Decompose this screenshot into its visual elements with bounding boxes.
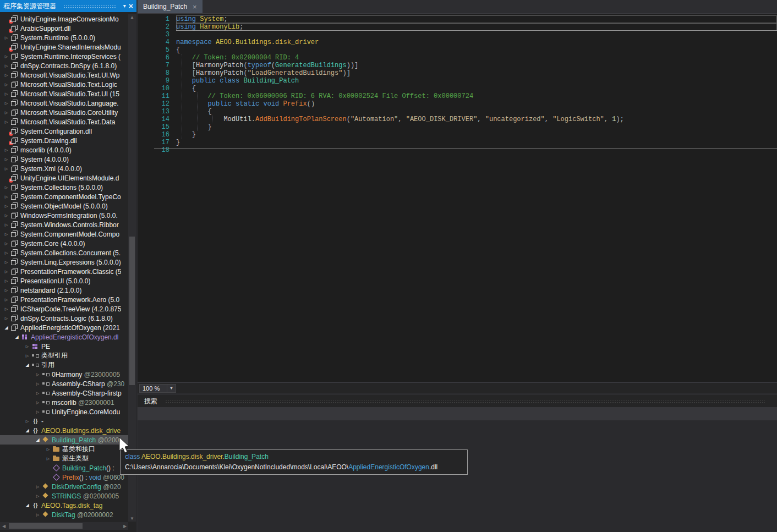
tree-item[interactable]: ×UnityEngine.UIElementsModule.d xyxy=(0,173,128,183)
tab-building-patch[interactable]: Building_Patch × xyxy=(138,0,203,13)
search-toolbar-row[interactable] xyxy=(138,407,777,420)
tree-item[interactable]: ▷派生类型 xyxy=(0,454,128,463)
tree-item[interactable]: ▷System.Linq.Expressions (5.0.0.0) xyxy=(0,257,128,267)
tree-item[interactable]: ▷Microsoft.VisualStudio.Text.Logic xyxy=(0,80,128,89)
tree-item[interactable]: ×System.Configuration.dll xyxy=(0,127,128,136)
expander-collapsed-icon[interactable]: ▷ xyxy=(2,83,10,87)
expander-collapsed-icon[interactable]: ▷ xyxy=(23,354,31,358)
expander-collapsed-icon[interactable]: ▷ xyxy=(2,213,10,218)
tree-item[interactable]: ◢引用 xyxy=(0,360,128,370)
expander-collapsed-icon[interactable]: ▷ xyxy=(2,111,10,115)
search-panel-header[interactable]: 搜索 xyxy=(138,395,777,407)
expander-expanded-icon[interactable]: ◢ xyxy=(23,363,31,368)
panel-menu-icon[interactable]: ▾ xyxy=(123,0,126,12)
tree-item[interactable]: Prefix() : void @0600 xyxy=(0,473,128,482)
tree-item[interactable]: ▷System.ObjectModel (5.0.0.0) xyxy=(0,201,128,211)
tree-item[interactable]: ▷UnityEngine.CoreModu xyxy=(0,407,128,416)
expander-collapsed-icon[interactable]: ▷ xyxy=(2,73,10,78)
tree-item[interactable]: ▷Microsoft.VisualStudio.Text.UI (15 xyxy=(0,89,128,98)
expander-collapsed-icon[interactable]: ▷ xyxy=(2,148,10,152)
expander-collapsed-icon[interactable]: ▷ xyxy=(2,270,10,274)
expander-collapsed-icon[interactable]: ▷ xyxy=(2,316,10,321)
tab-close-icon[interactable]: × xyxy=(193,3,197,11)
expander-collapsed-icon[interactable]: ▷ xyxy=(34,513,42,517)
scroll-up-icon[interactable]: ▲ xyxy=(128,15,136,20)
tree-item[interactable]: Building_Patch() : xyxy=(0,463,128,473)
tree-item[interactable]: ▷{}- xyxy=(0,416,128,426)
scroll-left-icon[interactable]: ◀ xyxy=(0,524,8,529)
tree-item[interactable]: ◢{}AEOO.Buildings.disk_drive xyxy=(0,426,128,435)
expander-collapsed-icon[interactable]: ▷ xyxy=(2,195,10,199)
tree-item[interactable]: ▷PresentationFramework.Classic (5 xyxy=(0,267,128,276)
expander-collapsed-icon[interactable]: ▷ xyxy=(2,157,10,162)
horizontal-scroll-thumb[interactable] xyxy=(9,523,83,529)
expander-collapsed-icon[interactable]: ▷ xyxy=(2,185,10,190)
expander-collapsed-icon[interactable]: ▷ xyxy=(2,298,10,302)
vertical-scroll-thumb[interactable] xyxy=(129,237,135,385)
tree-item[interactable]: ▷基类和接口 xyxy=(0,445,128,454)
tree-item[interactable]: ▷WindowsFormsIntegration (5.0.0. xyxy=(0,211,128,220)
tree-item[interactable]: ▷ICSharpCode.TreeView (4.2.0.875 xyxy=(0,304,128,314)
expander-expanded-icon[interactable]: ◢ xyxy=(2,325,10,330)
expander-collapsed-icon[interactable]: ▷ xyxy=(2,120,10,124)
expander-collapsed-icon[interactable]: ▷ xyxy=(23,344,31,349)
tree-item[interactable]: ◢{}AEOO.Tags.disk_tag xyxy=(0,501,128,510)
code-editor[interactable]: 1using System;2using HarmonyLib;34namesp… xyxy=(138,14,777,382)
zoom-dropdown-icon[interactable]: ▼ xyxy=(167,384,176,393)
expander-collapsed-icon[interactable]: ▷ xyxy=(2,307,10,311)
expander-collapsed-icon[interactable]: ▷ xyxy=(2,54,10,59)
tree-item[interactable]: ▷PresentationFramework.Aero (5.0 xyxy=(0,295,128,304)
expander-collapsed-icon[interactable]: ▷ xyxy=(34,372,42,377)
tree-item[interactable]: ▷Assembly-CSharp-firstp xyxy=(0,388,128,398)
expander-collapsed-icon[interactable]: ▷ xyxy=(34,382,42,386)
tree-item[interactable]: ▷dnSpy.Contracts.DnSpy (6.1.8.0) xyxy=(0,61,128,70)
expander-collapsed-icon[interactable]: ▷ xyxy=(2,167,10,171)
expander-collapsed-icon[interactable]: ▷ xyxy=(2,260,10,265)
tree-item[interactable]: ▷dnSpy.Contracts.Logic (6.1.8.0) xyxy=(0,314,128,323)
expander-collapsed-icon[interactable]: ▷ xyxy=(2,242,10,246)
tree-item[interactable]: ▷DiskDriverConfig @020 xyxy=(0,482,128,491)
tree-item[interactable]: ▷System.ComponentModel.Compo xyxy=(0,229,128,239)
tree-item[interactable]: ▷mscorlib (4.0.0.0) xyxy=(0,145,128,155)
tree-item[interactable]: ▷DiskTag @02000002 xyxy=(0,510,128,519)
assembly-tree[interactable]: ×UnityEngine.ImageConversionMo×ArabicSup… xyxy=(0,14,128,522)
tree-item[interactable]: ▷netstandard (2.1.0.0) xyxy=(0,286,128,295)
tree-item[interactable]: ▷System.Collections.Concurrent (5. xyxy=(0,248,128,257)
zoom-level-combobox[interactable]: 100 % xyxy=(139,384,168,393)
tree-item[interactable]: ▷mscorlib @23000001 xyxy=(0,398,128,407)
tree-item[interactable]: ×UnityEngine.ImageConversionMo xyxy=(0,14,128,24)
expander-collapsed-icon[interactable]: ▷ xyxy=(2,204,10,209)
tree-item[interactable]: ▷0Harmony @23000005 xyxy=(0,370,128,379)
tree-item[interactable]: ▷Microsoft.VisualStudio.Text.Data xyxy=(0,117,128,127)
tree-item[interactable]: ◢AppliedEnergisticOfOxygen.dl xyxy=(0,332,128,342)
tree-item[interactable]: ×System.Drawing.dll xyxy=(0,136,128,145)
tree-item[interactable]: ◢Building_Patch @0200 xyxy=(0,435,128,445)
tree-item[interactable]: ▷System.Xml (4.0.0.0) xyxy=(0,164,128,173)
expander-expanded-icon[interactable]: ◢ xyxy=(13,334,21,339)
explorer-title-bar[interactable]: 程序集资源管理器 ▾ × xyxy=(0,0,136,12)
expander-collapsed-icon[interactable]: ▷ xyxy=(2,36,10,40)
expander-collapsed-icon[interactable]: ▷ xyxy=(2,232,10,237)
tree-item[interactable]: ▷STRINGS @02000005 xyxy=(0,491,128,501)
tree-item[interactable]: ▷Microsoft.VisualStudio.Text.UI.Wp xyxy=(0,70,128,80)
tree-item[interactable]: ▷Microsoft.VisualStudio.CoreUtility xyxy=(0,108,128,117)
expander-collapsed-icon[interactable]: ▷ xyxy=(23,419,31,424)
scroll-right-icon[interactable]: ▶ xyxy=(122,524,128,529)
tree-item[interactable]: ▷System.Runtime (5.0.0.0) xyxy=(0,33,128,42)
expander-collapsed-icon[interactable]: ▷ xyxy=(34,401,42,405)
tree-item[interactable]: ▷System.Runtime.InteropServices ( xyxy=(0,52,128,61)
tree-item[interactable]: ▷System (4.0.0.0) xyxy=(0,155,128,164)
expander-collapsed-icon[interactable]: ▷ xyxy=(2,251,10,255)
tree-item[interactable]: ▷System.ComponentModel.TypeCo xyxy=(0,192,128,201)
expander-collapsed-icon[interactable]: ▷ xyxy=(2,101,10,106)
expander-collapsed-icon[interactable]: ▷ xyxy=(34,410,42,414)
expander-collapsed-icon[interactable]: ▷ xyxy=(44,457,52,461)
expander-collapsed-icon[interactable]: ▷ xyxy=(34,391,42,396)
tree-item[interactable]: ▷System.Windows.Controls.Ribbor xyxy=(0,220,128,229)
panel-close-icon[interactable]: × xyxy=(129,0,133,12)
tree-item[interactable]: ▷PresentationUI (5.0.0.0) xyxy=(0,276,128,286)
scroll-down-icon[interactable]: ▼ xyxy=(128,516,136,521)
expander-expanded-icon[interactable]: ◢ xyxy=(34,437,42,442)
tree-item[interactable]: ▷System.Core (4.0.0.0) xyxy=(0,239,128,248)
expander-collapsed-icon[interactable]: ▷ xyxy=(2,279,10,283)
